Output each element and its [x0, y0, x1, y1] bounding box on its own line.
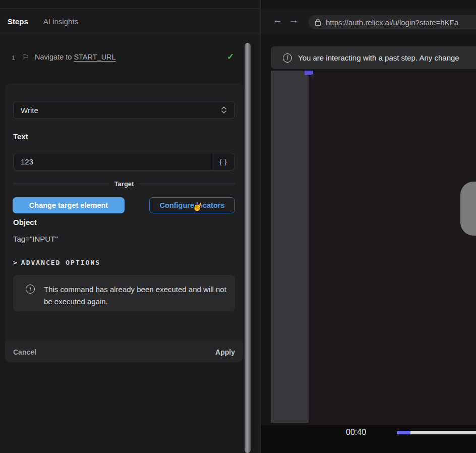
panel-tabs: Steps AI insights [0, 9, 260, 34]
info-icon: i [283, 53, 292, 63]
advanced-options-label: ADVANCED OPTIONS [21, 259, 100, 266]
target-section-divider: Target [13, 180, 235, 188]
flag-icon: ⚐ [22, 52, 29, 62]
step-title: Navigate to START_URL [35, 53, 116, 61]
url-bar[interactable]: https://auth.relicx.ai/u/login?state=hKF… [309, 15, 476, 29]
target-section-label: Target [114, 180, 134, 188]
back-arrow-icon[interactable]: ← [273, 15, 282, 26]
action-select[interactable]: Write [13, 101, 235, 119]
replay-progress-bar[interactable] [397, 431, 476, 434]
editor-footer: Cancel Apply [5, 342, 243, 362]
variables-button[interactable]: { } [212, 153, 234, 170]
step-editor-card: Write Text { } Target Change ta [5, 83, 243, 362]
side-handle[interactable] [460, 182, 476, 236]
target-buttons-row: Change target element Configure locators… [5, 197, 243, 213]
step-row[interactable]: 1 ⚐ Navigate to START_URL ✓ [0, 49, 244, 68]
chevron-right-icon: > [13, 259, 17, 266]
text-input-group: { } [13, 153, 235, 171]
object-label: Object [13, 218, 37, 227]
advanced-options-toggle[interactable]: >ADVANCED OPTIONS [13, 259, 100, 266]
chevron-updown-icon [220, 105, 227, 115]
info-icon: i [26, 285, 35, 294]
scrollbar-thumb[interactable] [245, 43, 251, 453]
browser-chrome: ← → https://auth.relicx.ai/u/login?state… [261, 9, 476, 34]
divider-line [140, 184, 235, 184]
replay-controls: 00:40 [261, 425, 476, 453]
apply-button[interactable]: Apply [215, 348, 235, 356]
change-target-element-button[interactable]: Change target element [13, 197, 125, 213]
forward-arrow-icon[interactable]: → [289, 15, 299, 26]
object-value: Tag="INPUT" [13, 235, 58, 243]
text-input[interactable] [14, 153, 212, 170]
divider-line [13, 184, 108, 184]
lock-icon [315, 18, 321, 26]
page-screenshot [309, 72, 476, 425]
tab-ai-insights[interactable]: AI insights [43, 17, 78, 26]
steps-panel: Steps AI insights 1 ⚐ Navigate to START_… [0, 9, 260, 453]
viewport-gutter [271, 71, 309, 423]
step-title-text: Navigate to [35, 53, 74, 61]
step-index: 1 [12, 54, 15, 62]
replay-timestamp: 00:40 [346, 428, 366, 437]
executed-info-message: This command has already been executed a… [44, 284, 226, 308]
panel-scrollbar[interactable] [244, 43, 252, 453]
app-window: Steps AI insights 1 ⚐ Navigate to START_… [0, 0, 476, 453]
replay-progress-fill [397, 431, 410, 434]
start-url-link[interactable]: START_URL [74, 53, 115, 61]
step-success-check-icon: ✓ [227, 51, 234, 62]
url-text: https://auth.relicx.ai/u/login?state=hKF… [326, 18, 458, 27]
executed-info-box: i This command has already been executed… [13, 275, 235, 311]
text-field-label: Text [13, 132, 28, 141]
browser-replay-panel: ← → https://auth.relicx.ai/u/login?state… [261, 0, 476, 453]
configure-locators-button[interactable]: Configure locators [149, 197, 235, 213]
past-step-banner: i You are interacting with a past step. … [271, 46, 476, 69]
action-select-value: Write [21, 106, 38, 115]
past-step-banner-message: You are interacting with a past step. An… [298, 53, 459, 62]
tab-steps[interactable]: Steps [8, 17, 28, 26]
cancel-button[interactable]: Cancel [13, 348, 36, 356]
